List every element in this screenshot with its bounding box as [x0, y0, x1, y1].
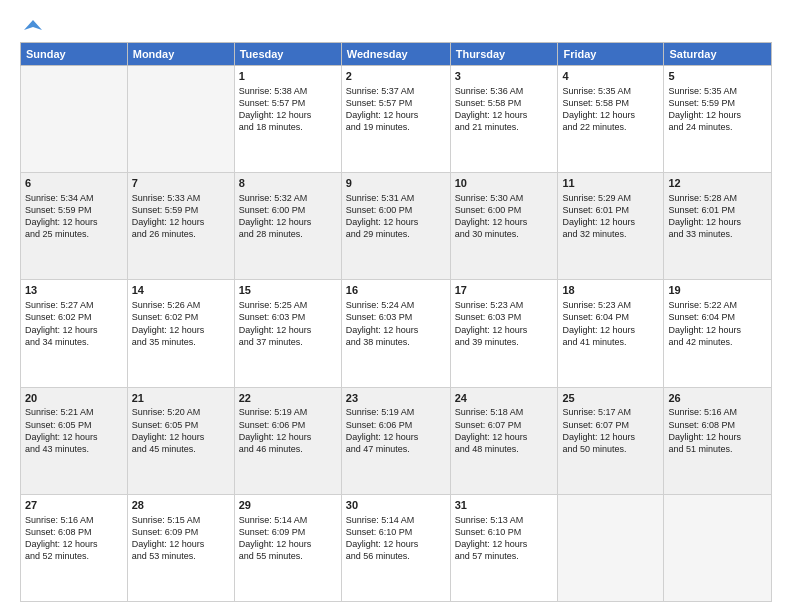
calendar-cell: 16Sunrise: 5:24 AM Sunset: 6:03 PM Dayli…: [341, 280, 450, 387]
day-info: Sunrise: 5:19 AM Sunset: 6:06 PM Dayligh…: [239, 406, 337, 455]
day-number: 22: [239, 391, 337, 406]
calendar-cell: 12Sunrise: 5:28 AM Sunset: 6:01 PM Dayli…: [664, 173, 772, 280]
calendar-week-row: 1Sunrise: 5:38 AM Sunset: 5:57 PM Daylig…: [21, 66, 772, 173]
day-info: Sunrise: 5:25 AM Sunset: 6:03 PM Dayligh…: [239, 299, 337, 348]
calendar-cell: [127, 66, 234, 173]
calendar-cell: 21Sunrise: 5:20 AM Sunset: 6:05 PM Dayli…: [127, 387, 234, 494]
day-info: Sunrise: 5:35 AM Sunset: 5:58 PM Dayligh…: [562, 85, 659, 134]
calendar-cell: [664, 494, 772, 601]
day-info: Sunrise: 5:19 AM Sunset: 6:06 PM Dayligh…: [346, 406, 446, 455]
day-info: Sunrise: 5:26 AM Sunset: 6:02 PM Dayligh…: [132, 299, 230, 348]
day-info: Sunrise: 5:24 AM Sunset: 6:03 PM Dayligh…: [346, 299, 446, 348]
day-info: Sunrise: 5:33 AM Sunset: 5:59 PM Dayligh…: [132, 192, 230, 241]
calendar-cell: 30Sunrise: 5:14 AM Sunset: 6:10 PM Dayli…: [341, 494, 450, 601]
day-number: 18: [562, 283, 659, 298]
day-info: Sunrise: 5:16 AM Sunset: 6:08 PM Dayligh…: [668, 406, 767, 455]
calendar-cell: 25Sunrise: 5:17 AM Sunset: 6:07 PM Dayli…: [558, 387, 664, 494]
day-number: 16: [346, 283, 446, 298]
calendar-cell: 27Sunrise: 5:16 AM Sunset: 6:08 PM Dayli…: [21, 494, 128, 601]
calendar-cell: 18Sunrise: 5:23 AM Sunset: 6:04 PM Dayli…: [558, 280, 664, 387]
logo: [20, 16, 44, 34]
calendar-cell: [21, 66, 128, 173]
calendar-cell: 15Sunrise: 5:25 AM Sunset: 6:03 PM Dayli…: [234, 280, 341, 387]
calendar-cell: 6Sunrise: 5:34 AM Sunset: 5:59 PM Daylig…: [21, 173, 128, 280]
day-number: 1: [239, 69, 337, 84]
calendar-cell: 13Sunrise: 5:27 AM Sunset: 6:02 PM Dayli…: [21, 280, 128, 387]
day-info: Sunrise: 5:30 AM Sunset: 6:00 PM Dayligh…: [455, 192, 554, 241]
calendar-cell: 28Sunrise: 5:15 AM Sunset: 6:09 PM Dayli…: [127, 494, 234, 601]
day-info: Sunrise: 5:35 AM Sunset: 5:59 PM Dayligh…: [668, 85, 767, 134]
day-number: 14: [132, 283, 230, 298]
calendar-week-row: 27Sunrise: 5:16 AM Sunset: 6:08 PM Dayli…: [21, 494, 772, 601]
day-info: Sunrise: 5:22 AM Sunset: 6:04 PM Dayligh…: [668, 299, 767, 348]
calendar-cell: 22Sunrise: 5:19 AM Sunset: 6:06 PM Dayli…: [234, 387, 341, 494]
calendar-week-row: 20Sunrise: 5:21 AM Sunset: 6:05 PM Dayli…: [21, 387, 772, 494]
day-info: Sunrise: 5:13 AM Sunset: 6:10 PM Dayligh…: [455, 514, 554, 563]
day-info: Sunrise: 5:16 AM Sunset: 6:08 PM Dayligh…: [25, 514, 123, 563]
day-number: 11: [562, 176, 659, 191]
calendar-header-monday: Monday: [127, 43, 234, 66]
day-number: 9: [346, 176, 446, 191]
day-info: Sunrise: 5:34 AM Sunset: 5:59 PM Dayligh…: [25, 192, 123, 241]
day-info: Sunrise: 5:38 AM Sunset: 5:57 PM Dayligh…: [239, 85, 337, 134]
day-number: 29: [239, 498, 337, 513]
calendar-cell: 26Sunrise: 5:16 AM Sunset: 6:08 PM Dayli…: [664, 387, 772, 494]
calendar-header-friday: Friday: [558, 43, 664, 66]
day-info: Sunrise: 5:29 AM Sunset: 6:01 PM Dayligh…: [562, 192, 659, 241]
calendar-cell: 3Sunrise: 5:36 AM Sunset: 5:58 PM Daylig…: [450, 66, 558, 173]
day-info: Sunrise: 5:36 AM Sunset: 5:58 PM Dayligh…: [455, 85, 554, 134]
calendar-cell: 4Sunrise: 5:35 AM Sunset: 5:58 PM Daylig…: [558, 66, 664, 173]
day-number: 27: [25, 498, 123, 513]
header: [20, 16, 772, 34]
day-info: Sunrise: 5:28 AM Sunset: 6:01 PM Dayligh…: [668, 192, 767, 241]
day-info: Sunrise: 5:14 AM Sunset: 6:09 PM Dayligh…: [239, 514, 337, 563]
calendar-cell: 19Sunrise: 5:22 AM Sunset: 6:04 PM Dayli…: [664, 280, 772, 387]
calendar-cell: 7Sunrise: 5:33 AM Sunset: 5:59 PM Daylig…: [127, 173, 234, 280]
day-number: 31: [455, 498, 554, 513]
calendar-cell: 23Sunrise: 5:19 AM Sunset: 6:06 PM Dayli…: [341, 387, 450, 494]
calendar-cell: 31Sunrise: 5:13 AM Sunset: 6:10 PM Dayli…: [450, 494, 558, 601]
day-number: 7: [132, 176, 230, 191]
calendar-cell: [558, 494, 664, 601]
day-info: Sunrise: 5:27 AM Sunset: 6:02 PM Dayligh…: [25, 299, 123, 348]
day-number: 17: [455, 283, 554, 298]
calendar-header-sunday: Sunday: [21, 43, 128, 66]
calendar-cell: 2Sunrise: 5:37 AM Sunset: 5:57 PM Daylig…: [341, 66, 450, 173]
day-number: 26: [668, 391, 767, 406]
day-number: 2: [346, 69, 446, 84]
day-number: 5: [668, 69, 767, 84]
day-number: 6: [25, 176, 123, 191]
calendar-cell: 8Sunrise: 5:32 AM Sunset: 6:00 PM Daylig…: [234, 173, 341, 280]
svg-marker-0: [24, 20, 42, 30]
calendar-cell: 29Sunrise: 5:14 AM Sunset: 6:09 PM Dayli…: [234, 494, 341, 601]
calendar-cell: 17Sunrise: 5:23 AM Sunset: 6:03 PM Dayli…: [450, 280, 558, 387]
day-info: Sunrise: 5:14 AM Sunset: 6:10 PM Dayligh…: [346, 514, 446, 563]
calendar-week-row: 6Sunrise: 5:34 AM Sunset: 5:59 PM Daylig…: [21, 173, 772, 280]
day-info: Sunrise: 5:17 AM Sunset: 6:07 PM Dayligh…: [562, 406, 659, 455]
day-info: Sunrise: 5:32 AM Sunset: 6:00 PM Dayligh…: [239, 192, 337, 241]
day-number: 13: [25, 283, 123, 298]
day-info: Sunrise: 5:31 AM Sunset: 6:00 PM Dayligh…: [346, 192, 446, 241]
day-info: Sunrise: 5:20 AM Sunset: 6:05 PM Dayligh…: [132, 406, 230, 455]
calendar-header-saturday: Saturday: [664, 43, 772, 66]
day-number: 30: [346, 498, 446, 513]
calendar-cell: 24Sunrise: 5:18 AM Sunset: 6:07 PM Dayli…: [450, 387, 558, 494]
calendar-header-tuesday: Tuesday: [234, 43, 341, 66]
day-number: 23: [346, 391, 446, 406]
day-info: Sunrise: 5:18 AM Sunset: 6:07 PM Dayligh…: [455, 406, 554, 455]
day-info: Sunrise: 5:23 AM Sunset: 6:04 PM Dayligh…: [562, 299, 659, 348]
day-info: Sunrise: 5:21 AM Sunset: 6:05 PM Dayligh…: [25, 406, 123, 455]
day-info: Sunrise: 5:23 AM Sunset: 6:03 PM Dayligh…: [455, 299, 554, 348]
page: SundayMondayTuesdayWednesdayThursdayFrid…: [0, 0, 792, 612]
day-info: Sunrise: 5:37 AM Sunset: 5:57 PM Dayligh…: [346, 85, 446, 134]
day-number: 3: [455, 69, 554, 84]
day-number: 21: [132, 391, 230, 406]
day-number: 19: [668, 283, 767, 298]
day-number: 12: [668, 176, 767, 191]
calendar-cell: 20Sunrise: 5:21 AM Sunset: 6:05 PM Dayli…: [21, 387, 128, 494]
calendar-header-row: SundayMondayTuesdayWednesdayThursdayFrid…: [21, 43, 772, 66]
day-number: 28: [132, 498, 230, 513]
day-number: 8: [239, 176, 337, 191]
day-info: Sunrise: 5:15 AM Sunset: 6:09 PM Dayligh…: [132, 514, 230, 563]
calendar-cell: 10Sunrise: 5:30 AM Sunset: 6:00 PM Dayli…: [450, 173, 558, 280]
